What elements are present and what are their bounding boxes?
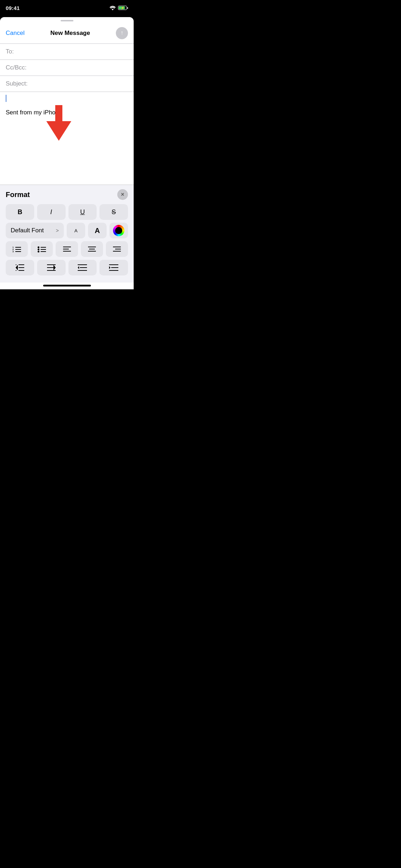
to-input[interactable] xyxy=(31,48,128,55)
svg-point-9 xyxy=(38,251,40,253)
color-wheel-center xyxy=(115,227,122,234)
font-size-large-button[interactable]: A xyxy=(88,223,107,238)
sheet-handle xyxy=(0,17,134,23)
ccbcc-field-row: Cc/Bcc: xyxy=(0,60,134,76)
svg-text:3: 3 xyxy=(12,250,14,253)
font-chevron-icon: > xyxy=(56,228,59,233)
align-center-icon xyxy=(88,246,96,252)
battery-icon: ⚡ xyxy=(118,6,128,10)
align-right-button[interactable] xyxy=(106,241,128,257)
increase-indent-icon xyxy=(109,264,118,271)
align-right-icon xyxy=(113,246,121,252)
indent-right-button[interactable] xyxy=(37,260,66,275)
bullet-list-icon xyxy=(37,245,46,253)
align-left-button[interactable] xyxy=(56,241,78,257)
strikethrough-button[interactable]: S xyxy=(99,204,128,220)
status-time: 09:41 xyxy=(6,5,20,11)
format-close-icon: × xyxy=(121,191,124,198)
strikethrough-label: S xyxy=(112,208,116,216)
format-panel: Format × B I U S xyxy=(0,185,134,283)
compose-sheet: Cancel New Message ↑ To: Cc/Bcc: Subject… xyxy=(0,17,134,289)
italic-button[interactable]: I xyxy=(37,204,66,220)
bold-button[interactable]: B xyxy=(6,204,34,220)
svg-marker-25 xyxy=(16,265,18,270)
align-left-icon xyxy=(63,246,71,252)
underline-button[interactable]: U xyxy=(68,204,97,220)
svg-marker-33 xyxy=(53,265,56,270)
color-picker-button[interactable] xyxy=(109,223,128,238)
format-title: Format xyxy=(6,191,30,199)
italic-label: I xyxy=(50,208,52,216)
font-size-small-label: A xyxy=(74,228,78,233)
signature-text: Sent from my iPhone xyxy=(6,109,128,116)
subject-field-row: Subject: xyxy=(0,76,134,92)
to-label: To: xyxy=(6,48,31,55)
svg-marker-41 xyxy=(109,266,110,269)
subject-label: Subject: xyxy=(6,80,31,87)
indent-right-icon xyxy=(47,264,56,271)
home-bar xyxy=(43,285,91,286)
bold-label: B xyxy=(17,208,22,216)
status-icons: ⚡ xyxy=(109,6,128,10)
format-row-4 xyxy=(6,260,128,275)
svg-marker-37 xyxy=(78,266,79,269)
email-fields: To: Cc/Bcc: Subject: xyxy=(0,44,134,92)
wifi-icon xyxy=(109,6,116,10)
decrease-indent-button[interactable] xyxy=(68,260,97,275)
handle-bar xyxy=(61,20,73,21)
font-size-small-button[interactable]: A xyxy=(67,223,85,238)
send-arrow-icon: ↑ xyxy=(120,30,123,36)
numbered-list-icon: 1 2 3 xyxy=(12,245,21,253)
increase-indent-button[interactable] xyxy=(99,260,128,275)
font-name-label: Default Font xyxy=(11,227,44,234)
text-cursor xyxy=(6,95,6,102)
home-indicator xyxy=(0,283,134,289)
indent-left-button[interactable] xyxy=(6,260,34,275)
color-wheel-icon xyxy=(113,225,124,236)
font-selector-button[interactable]: Default Font > xyxy=(6,223,64,238)
font-size-large-label: A xyxy=(95,227,100,235)
svg-point-7 xyxy=(38,247,40,248)
svg-point-8 xyxy=(38,249,40,250)
format-row-2: Default Font > A A xyxy=(6,223,128,238)
numbered-list-button[interactable]: 1 2 3 xyxy=(6,241,28,257)
format-row-3: 1 2 3 xyxy=(6,241,128,257)
cancel-button[interactable]: Cancel xyxy=(6,30,25,37)
compose-header: Cancel New Message ↑ xyxy=(0,23,134,44)
align-center-button[interactable] xyxy=(81,241,103,257)
format-rows: B I U S Default Font > A xyxy=(6,204,128,275)
underline-label: U xyxy=(80,208,85,216)
ccbcc-label: Cc/Bcc: xyxy=(6,64,31,71)
subject-input[interactable] xyxy=(31,80,128,87)
format-header: Format × xyxy=(6,189,128,200)
ccbcc-input[interactable] xyxy=(31,64,128,71)
compose-title: New Message xyxy=(50,30,90,37)
send-button[interactable]: ↑ xyxy=(116,27,128,39)
decrease-indent-icon xyxy=(78,264,87,271)
battery-bolt: ⚡ xyxy=(121,6,124,10)
format-close-button[interactable]: × xyxy=(117,189,128,200)
bullet-list-button[interactable] xyxy=(31,241,53,257)
to-field-row: To: xyxy=(0,44,134,60)
compose-body[interactable]: Sent from my iPhone xyxy=(0,92,134,185)
format-row-1: B I U S xyxy=(6,204,128,220)
indent-left-icon xyxy=(16,264,24,271)
status-bar: 09:41 ⚡ xyxy=(0,0,134,16)
